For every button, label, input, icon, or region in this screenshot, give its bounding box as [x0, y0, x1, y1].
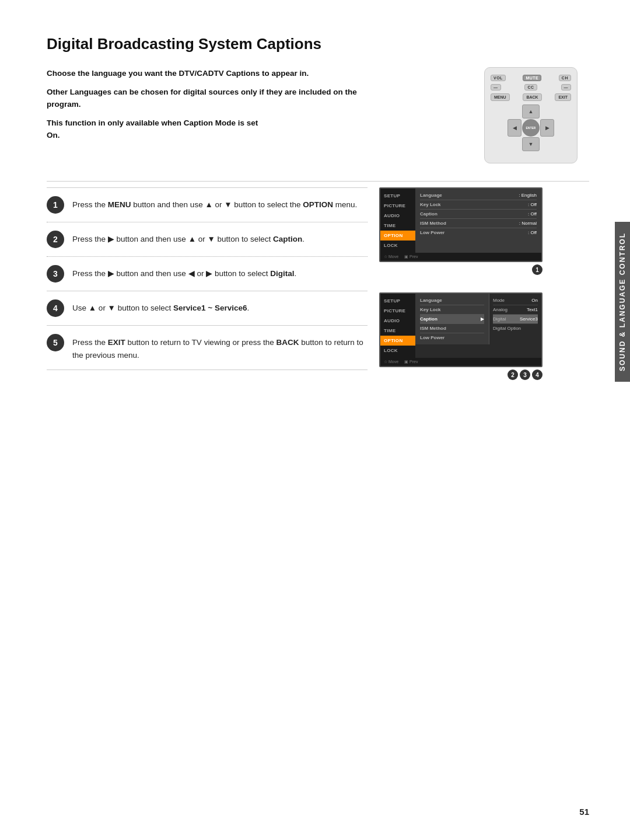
screen1-badges: 1 [379, 264, 542, 275]
step-text-1: Press the MENU button and then use ▲ or … [72, 196, 368, 211]
page-container: Digital Broadcasting System Captions Cho… [0, 0, 630, 840]
remote-vol-ch-controls: — CC — [491, 84, 571, 90]
side-label: Sound & Language Control [615, 222, 630, 382]
menu-button[interactable]: MENU [491, 93, 510, 101]
ch-button[interactable]: CH [559, 75, 571, 81]
exit-button[interactable]: EXIT [555, 93, 571, 101]
badge-4: 4 [532, 370, 542, 380]
step-number-4: 4 [47, 299, 64, 317]
description-line1: Choose the language you want the DTV/CAD… [47, 67, 373, 80]
screen1-row-keylock: Key Lock : Off [420, 200, 537, 210]
screen1-time: TIME [380, 221, 415, 231]
screen2-footer: ☆ Move ▣ Prev [380, 358, 541, 366]
step-5: 5 Press the EXIT button to return to TV … [47, 325, 368, 370]
description-line3-prefix: This function in only available when [47, 118, 184, 127]
screen2-setup: SETUP [380, 296, 415, 306]
d-pad-up[interactable]: ▲ [522, 104, 540, 118]
d-pad-empty-tr [540, 104, 554, 118]
description-line3: This function in only available when Cap… [47, 117, 373, 142]
step-text-4: Use ▲ or ▼ button to select Service1 ~ S… [72, 299, 368, 315]
step5-back-bold: BACK [276, 338, 299, 347]
back-button[interactable]: BACK [523, 93, 541, 101]
screen1-row-caption: Caption : Off [420, 210, 537, 219]
d-pad-empty-bl [508, 137, 522, 151]
screen2-sub-digital-option: Digital Option [493, 324, 538, 333]
screen1-picture: PICTURE [380, 201, 415, 211]
step1-option-bold: OPTION [303, 200, 333, 209]
screen2-sub-analog: Analog Text1 [493, 305, 538, 315]
step-text-2: Press the ▶ button and then use ▲ or ▼ b… [72, 231, 368, 246]
screen1: SETUP PICTURE AUDIO TIME OPTION LOCK Lan… [379, 187, 542, 262]
screen2-inner: SETUP PICTURE AUDIO TIME OPTION LOCK [380, 294, 541, 358]
ch-down-button[interactable]: — [561, 84, 572, 90]
screen1-footer: ☆ Move ▣ Prev [380, 253, 541, 261]
remote-menu-row: MENU BACK EXIT [491, 93, 571, 101]
screen1-row-language: Language : English [420, 191, 537, 200]
screen2-row-language: Language [420, 296, 484, 305]
step3-digital-bold: Digital [270, 269, 294, 278]
screen2-wrapper: SETUP PICTURE AUDIO TIME OPTION LOCK [379, 292, 542, 380]
screen1-wrapper: SETUP PICTURE AUDIO TIME OPTION LOCK Lan… [379, 187, 542, 275]
description-line2: Other Languages can be chosen for digita… [47, 86, 373, 111]
badge-1: 1 [532, 264, 542, 275]
mute-button[interactable]: MUTE [523, 75, 541, 81]
screen2-main: Language Key Lock Caption [415, 294, 489, 344]
screen2-row-keylock: Key Lock [420, 305, 484, 315]
screen2-lock: LOCK [380, 346, 415, 355]
d-pad: ▲ ◀ ENTER ▶ ▼ [508, 104, 554, 151]
screen2-submenu: Mode On Analog Text1 Digital [489, 294, 541, 344]
screen1-sidebar: SETUP PICTURE AUDIO TIME OPTION LOCK [380, 189, 415, 253]
page-title: Digital Broadcasting System Captions [47, 35, 589, 53]
screen2-picture: PICTURE [380, 306, 415, 316]
vol-button[interactable]: VOL [491, 75, 506, 81]
remote-top-row: VOL MUTE CH [491, 75, 571, 81]
screen1-setup: SETUP [380, 191, 415, 201]
d-pad-left[interactable]: ◀ [508, 119, 522, 137]
steps-section: 1 Press the MENU button and then use ▲ o… [47, 187, 368, 392]
vol-down-button[interactable]: — [491, 84, 501, 90]
step-number-1: 1 [47, 196, 64, 214]
main-content: 1 Press the MENU button and then use ▲ o… [47, 187, 589, 392]
screen2-row-caption: Caption ▶ [420, 315, 484, 324]
screen2-audio: AUDIO [380, 316, 415, 326]
screen1-row-lowpower: Low Power : Off [420, 228, 537, 237]
screen2-row-lowpower: Low Power [420, 333, 484, 342]
remote-container: VOL MUTE CH — CC — MENU BACK EXIT [473, 67, 589, 163]
enter-button[interactable]: ENTER [522, 119, 540, 137]
screen2-content-sub: Language Key Lock Caption [415, 294, 541, 344]
step-2: 2 Press the ▶ button and then use ▲ or ▼… [47, 222, 368, 256]
description-on-bold: On [47, 131, 58, 140]
screen1-audio: AUDIO [380, 211, 415, 221]
screen2-badges: 2 3 4 [379, 370, 542, 380]
remote-control: VOL MUTE CH — CC — MENU BACK EXIT [484, 67, 578, 163]
screenshots-section: SETUP PICTURE AUDIO TIME OPTION LOCK Lan… [379, 187, 542, 392]
step-1: 1 Press the MENU button and then use ▲ o… [47, 187, 368, 222]
step-4: 4 Use ▲ or ▼ button to select Service1 ~… [47, 291, 368, 325]
screen2-right: Language Key Lock Caption [415, 294, 541, 358]
screen2-sub-mode: Mode On [493, 296, 538, 305]
step-text-5: Press the EXIT button to return to TV vi… [72, 334, 368, 361]
step-text-3: Press the ▶ button and then use ◀ or ▶ b… [72, 265, 368, 280]
d-pad-down[interactable]: ▼ [522, 137, 540, 151]
top-section: Choose the language you want the DTV/CAD… [47, 67, 589, 163]
d-pad-empty-tl [508, 104, 522, 118]
screen1-row-ism: ISM Method : Normal [420, 219, 537, 228]
screen1-inner: SETUP PICTURE AUDIO TIME OPTION LOCK Lan… [380, 189, 541, 253]
badge-2: 2 [508, 370, 518, 380]
cc-button[interactable]: CC [524, 84, 537, 90]
step1-menu-bold: MENU [108, 200, 131, 209]
screen2-sub-digital: Digital Service3 [493, 315, 538, 324]
step-number-2: 2 [47, 231, 64, 248]
step5-exit-bold: EXIT [108, 338, 125, 347]
screen1-option: OPTION [380, 231, 415, 241]
step2-caption-bold: Caption [273, 235, 302, 243]
description-line3-suffix: Mode is set [213, 118, 258, 127]
divider [47, 181, 589, 182]
description-block: Choose the language you want the DTV/CAD… [47, 67, 373, 148]
step4-service-bold: Service1 ~ Service6 [173, 304, 247, 312]
d-pad-container: ▲ ◀ ENTER ▶ ▼ [491, 104, 571, 151]
d-pad-right[interactable]: ▶ [540, 119, 554, 137]
screen1-content: Language : English Key Lock : Off Captio… [415, 189, 541, 253]
step-number-3: 3 [47, 265, 64, 283]
screen2-row-ism: ISM Method [420, 324, 484, 333]
